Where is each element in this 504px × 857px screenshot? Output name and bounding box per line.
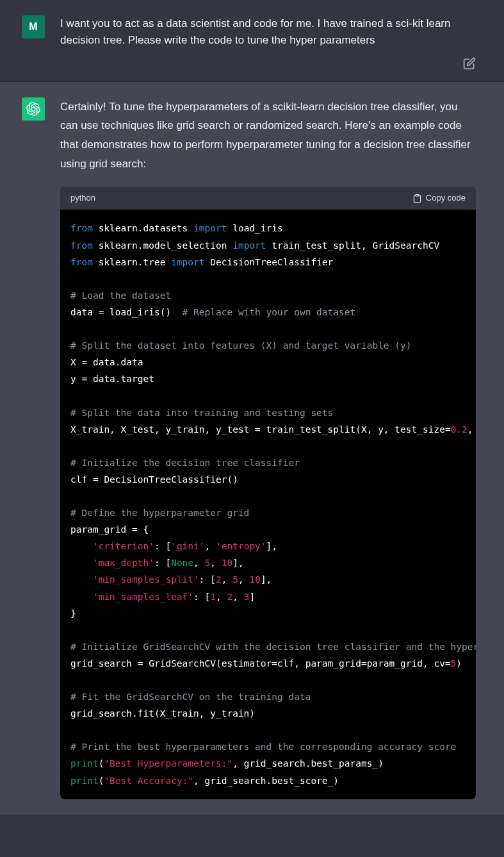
code-body[interactable]: from sklearn.datasets import load_iris f… bbox=[60, 210, 476, 799]
copy-code-button[interactable]: Copy code bbox=[412, 192, 466, 205]
user-message: M I want you to act as a data scientist … bbox=[0, 0, 504, 82]
assistant-intro-text: Certainly! To tune the hyperparameters o… bbox=[60, 97, 476, 174]
code-content: from sklearn.datasets import load_iris f… bbox=[70, 220, 466, 788]
assistant-avatar bbox=[22, 97, 45, 121]
user-content: I want you to act as a data scientist an… bbox=[60, 15, 476, 49]
user-avatar-letter: M bbox=[29, 19, 37, 35]
assistant-content: Certainly! To tune the hyperparameters o… bbox=[60, 97, 476, 799]
svg-rect-0 bbox=[416, 194, 419, 196]
code-language-label: python bbox=[70, 192, 95, 205]
assistant-message: Certainly! To tune the hyperparameters o… bbox=[0, 82, 504, 815]
code-block: python Copy code from sklearn.datasets i… bbox=[60, 187, 476, 799]
code-header: python Copy code bbox=[60, 187, 476, 210]
edit-icon[interactable] bbox=[463, 57, 476, 70]
user-avatar: M bbox=[22, 15, 45, 38]
copy-code-label: Copy code bbox=[426, 192, 466, 205]
clipboard-icon bbox=[412, 194, 422, 203]
user-message-text: I want you to act as a data scientist an… bbox=[60, 15, 476, 49]
